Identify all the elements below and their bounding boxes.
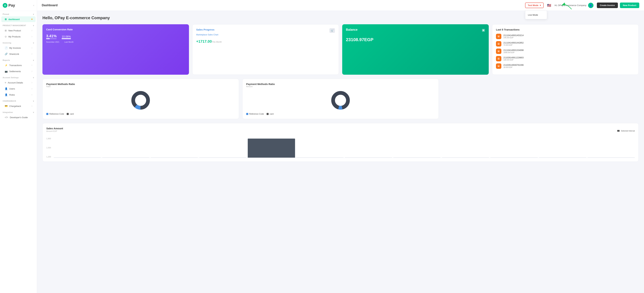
- chevron-down-icon: ▾: [540, 4, 541, 7]
- sidebar-item-label: dashboard: [8, 18, 20, 21]
- sales-amount-legend-label: Selected Interval: [621, 130, 635, 132]
- star-icon[interactable]: ☆: [31, 105, 33, 107]
- sidebar-item-label: Transactions: [9, 64, 22, 67]
- chevron-down-icon: ∨: [33, 25, 34, 27]
- sidebar-item-my-invoices[interactable]: 📄 My Invoices ☆: [1, 45, 36, 51]
- developers-guide-icon: </>: [5, 116, 8, 119]
- bar-chart-bar: [539, 157, 586, 158]
- topbar-right: Test Mode ▾ Live Mode 🇺🇸 Hi, OPay E-c: [525, 3, 639, 8]
- topbar-actions: Create Invoice New Product: [597, 3, 639, 8]
- dashboard-greeting: Hello, OPay E-commerce Company: [42, 16, 638, 20]
- account-settings-label: Account Settings: [3, 77, 19, 79]
- bar-chart-bar: [588, 157, 635, 158]
- sidebar-section-integration[interactable]: Integration ∨: [0, 109, 37, 114]
- star-icon[interactable]: ☆: [31, 47, 33, 49]
- bar-chart-bar: [442, 157, 489, 158]
- sidebar-item-label: Developer's Guide: [10, 116, 28, 119]
- sales-amount-subtitle: Amount EGP: [46, 130, 57, 132]
- legend-reference-code: Reference Code: [49, 113, 64, 115]
- invoicing-label: Invoicing: [3, 42, 11, 44]
- star-icon[interactable]: ☆: [31, 35, 33, 38]
- topbar: Dashboard Test Mode ▾ Live Mode: [37, 0, 644, 11]
- transaction-icon: 🏛: [496, 34, 501, 39]
- transactions-icon: ⚡: [5, 64, 8, 67]
- bar-chart-bar: [490, 157, 538, 158]
- star-icon[interactable]: ☆: [31, 64, 33, 66]
- sidebar-item-label: My Invoices: [9, 47, 21, 49]
- payment-ratio-row: Payment Methods Ratio Ratio Reference Co…: [42, 79, 638, 119]
- sales-title: Sales Progress: [196, 28, 214, 31]
- star-icon[interactable]: ☆: [31, 88, 33, 90]
- sidebar-section-invoicing[interactable]: Invoicing ∨: [0, 40, 37, 45]
- pinned-label: Pinned: [3, 13, 9, 15]
- card-payment-ratio-2: Payment Methods Ratio Amount Reference C…: [242, 79, 439, 119]
- star-icon[interactable]: ★: [31, 18, 33, 21]
- sidebar-item-settlements[interactable]: 📷 Settlements ☆: [1, 69, 36, 74]
- chargeback-label: CHARGEBACK: [3, 100, 16, 102]
- legend-reference-code: Reference Code: [249, 113, 264, 115]
- chargeback-icon: 💳: [5, 105, 8, 107]
- transaction-item: 🏛 211104140931442852 72.00 EGP: [496, 41, 635, 47]
- sales-period: This Month: [212, 41, 222, 43]
- card-sales-progress: Sales Progress 🛒 Marketplace Sales Chart…: [192, 24, 339, 75]
- live-mode-option[interactable]: Live Mode: [525, 12, 547, 18]
- logo-circle: O: [3, 3, 8, 8]
- sidebar-section-reports[interactable]: Reports ∨: [0, 57, 37, 62]
- chevron-down-icon: ∨: [33, 42, 34, 44]
- chevron-down-icon: ∨: [33, 100, 34, 102]
- chevron-down-icon: ∨: [33, 13, 34, 15]
- new-product-icon: ⊞: [5, 29, 7, 32]
- product-management-label: PRODUCT MANAGEMENT: [3, 25, 26, 27]
- sidebar-item-dashboard[interactable]: ⊞ dashboard ★: [1, 16, 36, 22]
- sidebar-section-pinned[interactable]: Pinned ∨: [0, 11, 37, 16]
- logo: O Pay: [3, 3, 15, 8]
- sharelink-icon: 🔗: [5, 53, 8, 55]
- bar-chart-bar: [54, 157, 101, 158]
- sidebar-item-chargeback[interactable]: 💳 Chargeback ☆: [1, 103, 36, 109]
- sidebar-collapse-button[interactable]: ‹: [33, 4, 34, 7]
- create-invoice-button[interactable]: Create Invoice: [597, 3, 618, 8]
- bar-chart-bar: [102, 157, 150, 158]
- dashboard-icon: ⊞: [5, 18, 7, 21]
- transaction-icon: 🏛: [496, 49, 501, 54]
- sidebar-item-label: Settlements: [9, 70, 21, 73]
- sales-amount-legend: Selected Interval: [617, 130, 635, 132]
- star-icon[interactable]: ☆: [31, 29, 33, 32]
- ratio2-title: Payment Methods Ratio: [246, 83, 435, 86]
- transaction-amount: 18.00 EGP: [504, 66, 524, 68]
- sidebar-section-product-mgmt[interactable]: PRODUCT MANAGEMENT ∨: [0, 22, 37, 28]
- my-invoices-icon: 📄: [5, 47, 8, 49]
- donut-chart-1: [46, 90, 235, 110]
- conversion-value2: 10.06%: [62, 35, 71, 38]
- sidebar-item-transactions[interactable]: ⚡ Transactions ☆: [1, 62, 36, 68]
- sidebar-item-new-product[interactable]: ⊞ New Product ☆: [1, 28, 36, 33]
- y-label-1200: 1,200: [46, 156, 51, 158]
- card-last-transactions: Last 5 Transactions 🏛 211104140931453214…: [492, 24, 638, 75]
- my-products-icon: ⊙: [5, 35, 7, 38]
- sidebar-item-sharelink[interactable]: 🔗 ShareLink ☆: [1, 51, 36, 57]
- sidebar-item-label: My Products: [8, 35, 20, 38]
- bar-chart-bar: [248, 139, 295, 158]
- sidebar-item-my-products[interactable]: ⊙ My Products ☆: [1, 34, 36, 40]
- new-product-button[interactable]: New Product: [620, 3, 639, 8]
- transaction-amount: 145.00 EGP: [504, 37, 524, 39]
- sidebar-section-chargeback[interactable]: CHARGEBACK ∨: [0, 98, 37, 103]
- bar-chart-bars: [54, 138, 635, 158]
- sidebar-item-roles[interactable]: 👤 Roles ☆: [1, 92, 36, 98]
- sidebar-item-account-details[interactable]: ≡ Account Details ☆: [1, 80, 36, 86]
- test-mode-button[interactable]: Test Mode ▾: [525, 3, 544, 8]
- sidebar-item-users[interactable]: 👤 Users ☆: [1, 86, 36, 92]
- sidebar-item-developers-guide[interactable]: </> Developer's Guide: [1, 114, 36, 120]
- transactions-list: 🏛 211104140931453214 145.00 EGP 🏛 211104…: [496, 34, 635, 69]
- sidebar-section-account-settings[interactable]: Account Settings ∨: [0, 74, 37, 80]
- transactions-title: Last 5 Transactions: [496, 28, 635, 31]
- donut-legend-2: Reference Code card: [246, 113, 435, 115]
- bar-chart-bar: [199, 157, 246, 158]
- bar-chart-bar: [296, 157, 344, 158]
- card-conversion-rate: Card Conversion Rate 3.41% 10.06% Novemb…: [42, 24, 189, 75]
- star-icon[interactable]: ☆: [31, 70, 33, 73]
- star-icon[interactable]: ☆: [31, 94, 33, 96]
- transaction-item: 🏛 211029140930762286 18.00 EGP: [496, 63, 635, 69]
- star-icon[interactable]: ☆: [31, 53, 33, 55]
- star-icon[interactable]: ☆: [31, 81, 33, 84]
